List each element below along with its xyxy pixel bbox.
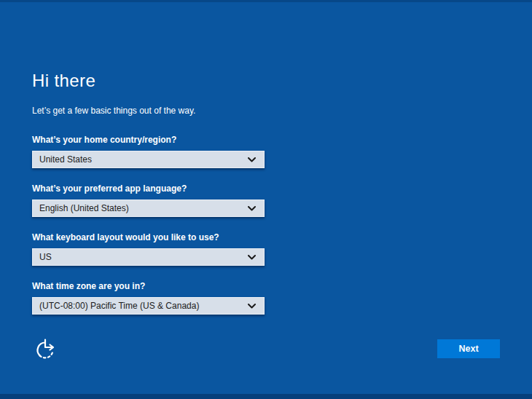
chevron-down-icon <box>248 157 256 162</box>
page-title: Hi there <box>32 71 506 91</box>
time-zone-label: What time zone are you in? <box>32 281 265 292</box>
bottom-edge-strip <box>0 394 532 399</box>
keyboard-layout-selected-value: US <box>39 252 248 262</box>
page-subtitle: Let’s get a few basic things out of the … <box>32 106 506 116</box>
field-app-language: What’s your preferred app language? Engl… <box>32 183 265 217</box>
chevron-down-icon <box>248 206 256 211</box>
field-time-zone: What time zone are you in? (UTC-08:00) P… <box>32 281 265 315</box>
app-language-selected-value: English (United States) <box>39 203 248 213</box>
country-region-selected-value: United States <box>39 154 248 165</box>
keyboard-layout-label: What keyboard layout would you like to u… <box>32 232 265 243</box>
top-edge-strip <box>0 0 532 2</box>
chevron-down-icon <box>248 304 256 309</box>
country-region-select[interactable]: United States <box>32 151 265 168</box>
app-language-select[interactable]: English (United States) <box>32 200 265 217</box>
ease-of-access-button[interactable] <box>34 336 58 361</box>
ease-of-access-icon <box>34 351 58 362</box>
keyboard-layout-select[interactable]: US <box>32 248 265 266</box>
country-region-label: What’s your home country/region? <box>32 135 265 146</box>
time-zone-selected-value: (UTC-08:00) Pacific Time (US & Canada) <box>39 301 248 311</box>
field-keyboard-layout: What keyboard layout would you like to u… <box>32 232 265 266</box>
next-button[interactable]: Next <box>437 339 500 358</box>
oobe-setup-panel: Hi there Let’s get a few basic things ou… <box>32 71 506 315</box>
chevron-down-icon <box>248 255 256 260</box>
field-country-region: What’s your home country/region? United … <box>32 135 265 168</box>
app-language-label: What’s your preferred app language? <box>32 183 265 194</box>
time-zone-select[interactable]: (UTC-08:00) Pacific Time (US & Canada) <box>32 297 265 315</box>
